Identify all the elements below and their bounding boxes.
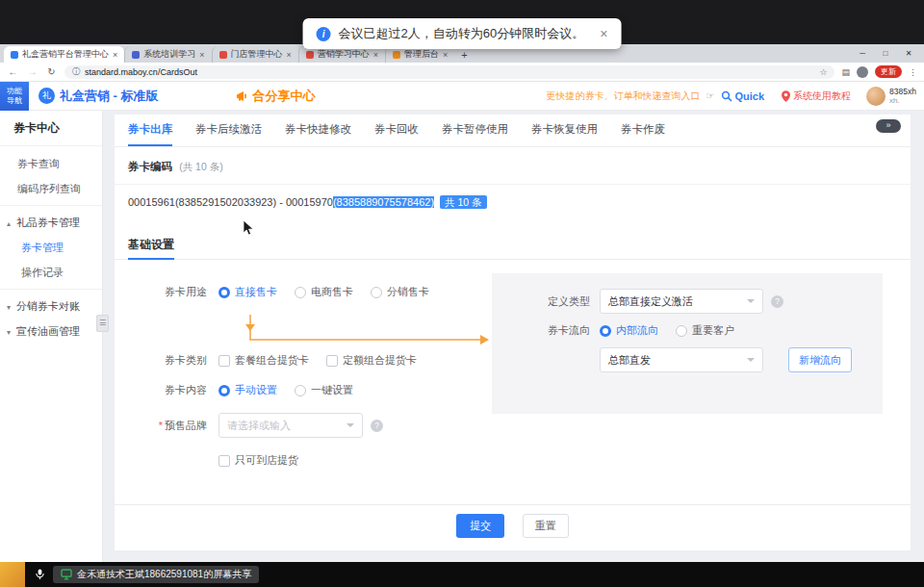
window-minimize-button[interactable]: ─ xyxy=(851,49,874,58)
panel-collapse-button[interactable]: » xyxy=(876,119,901,133)
tab-title: 营销学习中心 xyxy=(318,48,370,61)
form-left-column: 券卡用途 直接售卡 电商售卡 分销售卡 xyxy=(128,273,492,483)
radio-checked-icon[interactable] xyxy=(218,385,230,396)
screen: i 会议已超过2人，自动转为60分钟限时会议。 × 礼盒营销平台管理中心 × 系… xyxy=(0,0,924,587)
store-only-row: 只可到店提货 xyxy=(218,453,492,468)
checkbox-icon[interactable] xyxy=(218,455,230,467)
radio-internal-flow[interactable]: 内部流向 xyxy=(600,323,658,338)
radio-key-customer[interactable]: 重要客户 xyxy=(676,323,734,338)
tab-card-resume[interactable]: 券卡恢复使用 xyxy=(531,115,598,146)
sidebar-item-operation-log[interactable]: 操作记录 xyxy=(0,260,102,285)
browser-tab-active[interactable]: 礼盒营销平台管理中心 × xyxy=(4,46,124,63)
radio-checked-icon[interactable] xyxy=(600,325,611,337)
checkbox-icon[interactable] xyxy=(326,355,338,367)
meeting-avatar xyxy=(0,562,25,587)
radio-checked-icon[interactable] xyxy=(218,287,230,298)
define-type-select[interactable]: 总部直接定义激活 xyxy=(600,289,763,314)
bookmark-star-icon[interactable]: ☆ xyxy=(819,67,827,77)
sidebar-item-code-sequence-query[interactable]: 编码序列查询 xyxy=(0,176,102,201)
tab-card-later-activate[interactable]: 券卡后续激活 xyxy=(195,115,262,146)
function-nav-button[interactable]: 功能 导航 xyxy=(0,82,29,111)
sidebar-group-promo-material[interactable]: ▾ 宣传油画管理 xyxy=(0,319,102,344)
window-controls: ─ □ ✕ xyxy=(851,49,924,58)
window-maximize-button[interactable]: □ xyxy=(874,49,897,58)
quick-search-button[interactable]: Quick xyxy=(721,90,765,102)
tab-close-icon[interactable]: × xyxy=(443,50,448,60)
brand-row: *预售品牌 请选择或输入 ? xyxy=(128,413,492,438)
address-bar[interactable]: ⓘ standard.maboy.cn/CardsOut ☆ xyxy=(64,65,834,79)
flow-row: 券卡流向 内部流向 重要客户 xyxy=(515,323,865,338)
radio-direct-sale[interactable]: 直接售卡 xyxy=(218,285,277,299)
chevron-down-icon: ▾ xyxy=(7,328,11,337)
window-close-button[interactable]: ✕ xyxy=(897,49,920,58)
tab-close-icon[interactable]: × xyxy=(199,50,204,60)
back-icon[interactable]: ← xyxy=(7,66,19,77)
checkbox-fixed-combo-card[interactable]: 定额组合提货卡 xyxy=(326,353,417,368)
flow-select[interactable]: 总部直发 xyxy=(600,347,763,372)
user-name: 8385xh xh. xyxy=(889,87,916,106)
radio-ecommerce-sale[interactable]: 电商售卡 xyxy=(295,285,353,299)
sidebar-group-distribution-reconciliation[interactable]: ▾ 分销券卡对账 xyxy=(0,294,102,319)
tab-card-quick-edit[interactable]: 券卡快捷修改 xyxy=(285,115,351,146)
tab-card-recycle[interactable]: 券卡回收 xyxy=(374,115,419,146)
megaphone-icon xyxy=(236,90,249,102)
site-info-icon[interactable]: ⓘ xyxy=(72,66,80,77)
tab-card-suspend[interactable]: 券卡暂停使用 xyxy=(442,115,508,146)
chevron-down-icon xyxy=(346,423,354,431)
help-icon[interactable]: ? xyxy=(771,295,783,308)
radio-icon[interactable] xyxy=(676,325,687,337)
checkbox-store-pickup-only[interactable]: 只可到店提货 xyxy=(218,453,298,468)
add-flow-button[interactable]: 新增流向 xyxy=(788,347,852,372)
submit-button[interactable]: 提交 xyxy=(456,514,504,538)
basic-settings-bar: 基础设置 xyxy=(115,231,911,260)
close-icon[interactable]: × xyxy=(600,26,607,41)
tab-card-void[interactable]: 券卡作废 xyxy=(621,115,665,146)
brand-select[interactable]: 请选择或输入 xyxy=(218,413,363,438)
forward-icon[interactable]: → xyxy=(26,66,38,77)
radio-distribution-sale[interactable]: 分销售卡 xyxy=(371,285,429,299)
sidebar-group-label: 分销券卡对账 xyxy=(16,300,80,312)
help-icon[interactable]: ? xyxy=(371,420,383,432)
sidebar-item-card-management[interactable]: 券卡管理 xyxy=(0,235,102,260)
select-placeholder: 请选择或输入 xyxy=(227,419,291,433)
screen-share-icon xyxy=(61,569,72,580)
tutorial-link[interactable]: 系统使用教程 xyxy=(782,89,851,103)
card-codes-header: 券卡编码 (共 10 条) xyxy=(115,147,911,185)
radio-icon[interactable] xyxy=(371,287,382,298)
user-menu[interactable]: 8385xh xh. xyxy=(866,87,916,106)
brand-label-text: 预售品牌 xyxy=(165,420,207,431)
tab-close-icon[interactable]: × xyxy=(287,50,292,60)
sidebar-item-card-query[interactable]: 券卡查询 xyxy=(0,151,102,176)
usage-row: 券卡用途 直接售卡 电商售卡 分销售卡 xyxy=(128,285,492,299)
radio-manual-setting[interactable]: 手动设置 xyxy=(218,383,277,397)
flow-arrow-zone xyxy=(128,315,492,353)
checkbox-icon[interactable] xyxy=(218,355,230,367)
radio-icon[interactable] xyxy=(295,287,306,298)
required-mark: * xyxy=(159,420,163,431)
content-row: 券卡内容 手动设置 一键设置 xyxy=(128,383,492,397)
option-label: 分销售卡 xyxy=(387,285,429,299)
share-center-link[interactable]: 合分享中心 xyxy=(236,88,316,105)
microphone-icon[interactable] xyxy=(35,568,45,581)
favicon-icon xyxy=(393,51,400,59)
new-tab-button[interactable]: + xyxy=(461,49,467,61)
radio-one-key-setting[interactable]: 一键设置 xyxy=(295,383,353,397)
reload-icon[interactable]: ↻ xyxy=(45,66,58,77)
tab-close-icon[interactable]: × xyxy=(113,50,117,60)
tab-close-icon[interactable]: × xyxy=(373,50,378,60)
menu-kebab-icon[interactable]: ⋮ xyxy=(909,67,917,77)
radio-icon[interactable] xyxy=(295,385,306,396)
checkbox-combo-package-card[interactable]: 套餐组合提货卡 xyxy=(218,353,309,368)
browser-profile-avatar[interactable] xyxy=(857,66,868,78)
sidebar-group-gift-card-management[interactable]: ▴ 礼品券卡管理 xyxy=(0,210,102,235)
sidebar-collapse-handle[interactable]: ☰ xyxy=(96,315,109,332)
browser-tab[interactable]: 系统培训学习 × xyxy=(124,46,211,63)
toast-message: 会议已超过2人，自动转为60分钟限时会议。 xyxy=(339,25,585,42)
meeting-toast: i 会议已超过2人，自动转为60分钟限时会议。 × xyxy=(303,18,622,49)
side-panel-icon[interactable]: ▤ xyxy=(841,67,850,77)
reset-button[interactable]: 重置 xyxy=(523,514,569,538)
update-badge[interactable]: 更新 xyxy=(875,65,902,78)
tab-card-outbound[interactable]: 券卡出库 xyxy=(128,115,172,146)
browser-tab[interactable]: 门店管理中心 × xyxy=(212,46,298,63)
share-status-pill: 金禾通技术王斌18662591081的屏幕共享 xyxy=(53,566,259,583)
